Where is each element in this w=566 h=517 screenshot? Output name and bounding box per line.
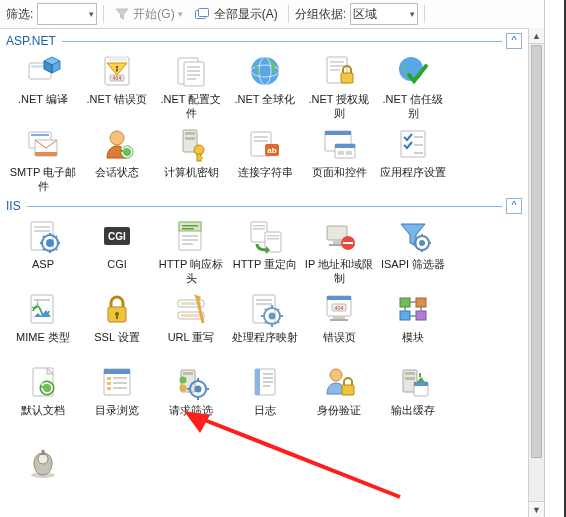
svg-rect-94 [327,296,351,300]
feature-label: 会话状态 [80,165,154,193]
feature-net-error[interactable]: 404 .NET 错误页 [80,51,154,120]
feature-cgi[interactable]: CGI CGI [80,216,154,285]
svg-rect-19 [330,61,344,63]
collapse-icon[interactable]: ^ [506,198,522,214]
feature-label: ISAPI 筛选器 [376,257,450,285]
svg-text:♪: ♪ [36,299,39,305]
svg-rect-45 [338,151,344,155]
feature-output-cache[interactable]: 输出缓存 [376,362,450,431]
feature-net-auth[interactable]: .NET 授权规则 [302,51,376,120]
config-file-icon [173,53,209,89]
scrollbar-thumb[interactable] [531,45,542,458]
svg-rect-128 [405,372,415,375]
feature-smtp-email[interactable]: SMTP 电子邮件 [6,124,80,193]
svg-rect-53 [34,230,50,232]
svg-rect-96 [330,319,348,321]
svg-rect-107 [107,377,111,380]
svg-rect-123 [263,381,273,383]
vertical-scrollbar[interactable]: ▲ ▼ [528,28,544,517]
svg-point-28 [110,131,124,145]
handler-map-icon [247,291,283,327]
logging-icon [247,364,283,400]
feature-dir-browse[interactable]: 目录浏览 [80,362,154,431]
feature-conn-strings[interactable]: ab 连接字符串 [228,124,302,193]
feature-mime-types[interactable]: ♪ MIME 类型 [6,289,80,358]
feature-machine-key[interactable]: 计算机密钥 [154,124,228,193]
feature-handler-map[interactable]: 处理程序映射 [228,289,302,358]
feature-pages-controls[interactable]: 页面和控件 [302,124,376,193]
svg-rect-75 [343,242,353,244]
svg-rect-31 [185,132,195,135]
collapse-icon[interactable]: ^ [506,33,522,49]
scroll-down-icon[interactable]: ▼ [529,501,544,517]
session-state-icon [99,126,135,162]
svg-text:404: 404 [113,75,122,81]
feature-label: 默认文档 [6,403,80,431]
go-button[interactable]: 开始(G) ▾ [110,3,186,25]
feature-http-headers[interactable]: HTTP 响应标头 [154,216,228,285]
http-redirect-icon [247,218,283,254]
http-headers-icon [173,218,209,254]
feature-error-pages[interactable]: 404 错误页 [302,289,376,358]
svg-rect-11 [187,66,200,68]
machine-key-icon [173,126,209,162]
show-all-label: 全部显示(A) [214,6,278,23]
feature-req-filter[interactable]: 请求筛选 [154,362,228,431]
feature-net-trust[interactable]: .NET 信任级别 [376,51,450,120]
output-cache-icon [395,364,431,400]
feature-logging[interactable]: 日志 [228,362,302,431]
feature-ssl-settings[interactable]: SSL 设置 [80,289,154,358]
feature-session-state[interactable]: 会话状态 [80,124,154,193]
svg-rect-50 [414,152,423,154]
feature-net-compile[interactable]: .NET 编译 [6,51,80,120]
funnel-icon [114,6,130,22]
feature-modules[interactable]: 模块 [376,289,450,358]
default-doc-icon [25,364,61,400]
feature-default-doc[interactable]: 默认文档 [6,362,80,431]
svg-rect-72 [333,240,341,244]
svg-rect-52 [34,226,50,228]
ip-restrict-icon [321,218,357,254]
svg-text:ab: ab [267,146,276,155]
error-pages-icon: 404 [321,291,357,327]
feature-label: .NET 编译 [6,92,80,120]
show-all-button[interactable]: 全部显示(A) [191,3,282,25]
feature-auth-iis[interactable]: 身份验证 [302,362,376,431]
feature-partial[interactable] [6,443,80,484]
svg-rect-64 [182,243,193,245]
svg-text:404: 404 [334,305,343,311]
pages-controls-icon [321,126,357,162]
feature-label: 日志 [228,403,302,431]
svg-rect-25 [31,134,49,136]
scroll-up-icon[interactable]: ▲ [529,28,544,44]
svg-rect-99 [400,298,410,307]
feature-label: URL 重写 [154,330,228,358]
group-header-aspnet[interactable]: ASP.NET ^ [6,33,522,49]
svg-rect-61 [182,228,194,230]
feature-label: 应用程序设置 [376,165,450,193]
compile-icon [25,53,61,89]
feature-ip-domain[interactable]: IP 地址和域限制 [302,216,376,285]
feature-http-redirect[interactable]: HTTP 重定向 [228,216,302,285]
feature-isapi-filter[interactable]: ISAPI 筛选器 [376,216,450,285]
svg-rect-44 [335,144,355,148]
feature-label: .NET 配置文件 [154,92,228,120]
svg-rect-6 [116,69,117,72]
svg-rect-134 [42,450,45,455]
feature-url-rewrite[interactable]: URL 重写 [154,289,228,358]
svg-rect-126 [342,385,354,395]
feature-label: SMTP 电子邮件 [6,165,80,193]
feature-net-config[interactable]: .NET 配置文件 [154,51,228,120]
group-by-combo[interactable]: 区域 ▾ [350,3,418,25]
svg-rect-35 [199,157,203,159]
feature-app-settings[interactable]: 应用程序设置 [376,124,450,193]
group-header-iis[interactable]: IIS ^ [6,198,522,214]
svg-rect-69 [267,235,279,237]
svg-rect-89 [256,299,272,301]
feature-asp[interactable]: ASP [6,216,80,285]
filter-combo[interactable]: ▾ [37,3,97,25]
feature-label: 输出缓存 [376,403,450,431]
feature-net-global[interactable]: .NET 全球化 [228,51,302,120]
svg-rect-106 [104,369,130,374]
feature-label: SSL 设置 [80,330,154,358]
